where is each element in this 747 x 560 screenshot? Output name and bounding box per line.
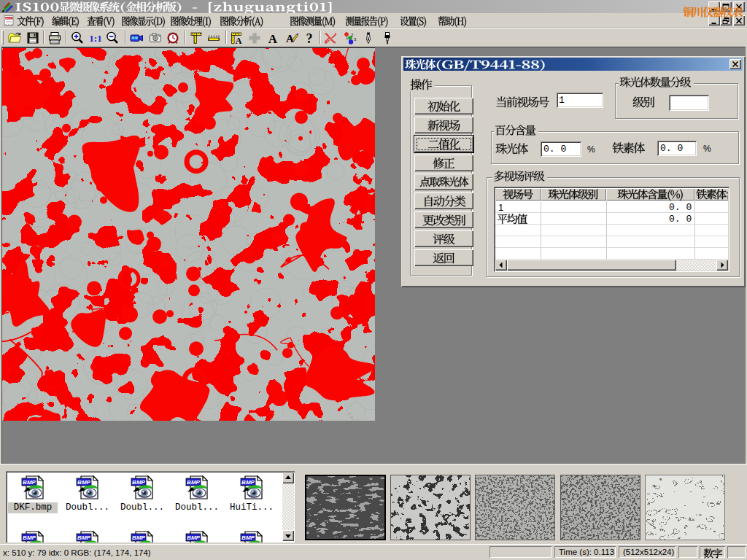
svg-text:3: 3 [354, 37, 357, 42]
svg-text:BMP: BMP [23, 534, 36, 541]
svg-text:A: A [236, 36, 242, 46]
svg-text:BMP: BMP [77, 479, 90, 486]
svg-text:A: A [286, 33, 294, 44]
svg-text:BMP: BMP [187, 479, 200, 486]
svg-text:?: ? [306, 31, 313, 45]
svg-text:A: A [268, 32, 278, 46]
svg-text:1:1: 1:1 [89, 33, 101, 44]
svg-text:BMP: BMP [187, 534, 200, 541]
svg-text:BMP: BMP [132, 479, 145, 486]
svg-text:BMP: BMP [241, 479, 255, 486]
svg-text:DOC: DOC [5, 17, 12, 20]
svg-text:BMP: BMP [241, 534, 255, 541]
svg-text:BMP: BMP [132, 534, 145, 541]
svg-text:BMP: BMP [77, 534, 90, 541]
svg-text:BMP: BMP [23, 479, 36, 486]
